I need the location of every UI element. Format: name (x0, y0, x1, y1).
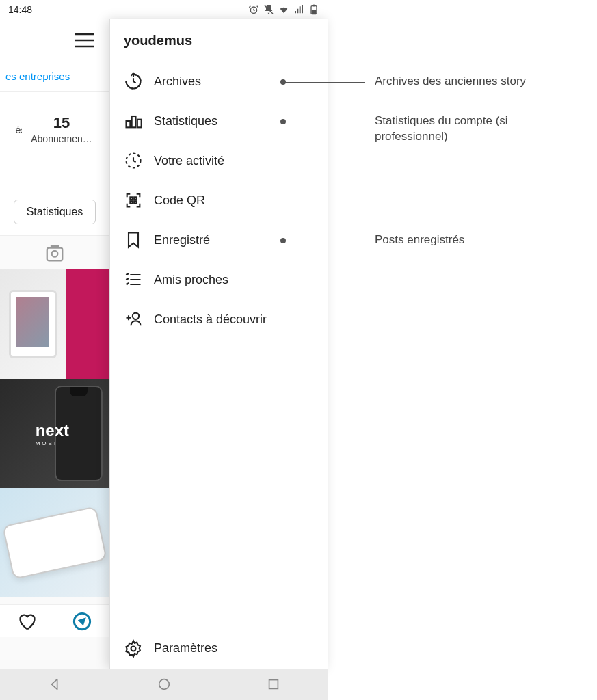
tagged-icon (44, 243, 65, 263)
stats-icon (124, 111, 143, 131)
drawer-settings[interactable]: Paramètres (110, 628, 328, 669)
drawer-footer-label: Paramètres (154, 641, 217, 656)
drawer-item-label: Votre activité (154, 154, 224, 168)
tagged-tab[interactable] (0, 235, 109, 269)
stat-left-label: és (14, 124, 22, 135)
phone-frame: 14:48 es entreprises és 15 Abonnemen… St… (0, 0, 328, 700)
nav-home-icon[interactable] (157, 677, 172, 692)
drawer-username: youdemus (110, 19, 328, 62)
button-row: Statistiques (0, 167, 109, 235)
nav-recent-icon[interactable] (266, 677, 281, 692)
bell-off-icon (263, 4, 274, 15)
svg-point-19 (133, 313, 139, 319)
svg-point-20 (131, 646, 136, 651)
signal-icon (293, 4, 304, 15)
android-nav-bar (0, 669, 328, 700)
drawer-item-label: Archives (154, 75, 201, 89)
post-thumbnail-2[interactable]: next MOBILES (0, 379, 109, 488)
discover-people-icon (124, 310, 143, 329)
drawer-item-qr[interactable]: Code QR (110, 180, 328, 220)
drawer-item-label: Enregistré (154, 233, 210, 247)
drawer-item-close-friends[interactable]: Amis proches (110, 260, 328, 299)
compass-icon[interactable] (72, 612, 92, 631)
post-thumbnail-3[interactable] (0, 488, 109, 597)
bookmark-icon (124, 230, 143, 250)
status-time: 14:48 (8, 4, 32, 15)
side-drawer: youdemus Archives Statistiques Votre act… (109, 19, 328, 669)
archive-icon (124, 72, 143, 91)
post-thumbnail-1[interactable] (0, 269, 109, 379)
posts-grid: next MOBILES (0, 269, 109, 597)
svg-rect-18 (134, 201, 137, 204)
annotation-archives: Archives des anciennes story (375, 74, 580, 90)
wifi-icon (278, 4, 289, 15)
bio-link[interactable]: es entreprises (0, 62, 109, 92)
close-friends-icon (124, 270, 143, 289)
alarm-icon (248, 4, 259, 15)
svg-rect-16 (134, 197, 137, 200)
annotation-stats: Statistiques du compte (si professionnel… (375, 113, 553, 145)
profile-screen: es entreprises és 15 Abonnemen… Statisti… (0, 19, 109, 669)
drawer-items: Archives Statistiques Votre activité Cod… (110, 62, 328, 628)
svg-rect-4 (313, 5, 315, 5)
svg-rect-13 (137, 120, 142, 128)
profile-bottom-bar (0, 604, 109, 637)
drawer-item-discover[interactable]: Contacts à découvrir (110, 299, 328, 339)
post2-brand: next (36, 421, 75, 440)
svg-point-9 (52, 250, 58, 256)
qr-icon (124, 191, 143, 210)
status-icons (248, 4, 319, 15)
drawer-item-activity[interactable]: Votre activité (110, 141, 328, 180)
drawer-item-label: Contacts à découvrir (154, 312, 267, 327)
nav-back-icon[interactable] (47, 677, 62, 692)
svg-rect-8 (47, 247, 63, 260)
statistics-button[interactable]: Statistiques (14, 200, 96, 224)
heart-icon[interactable] (18, 612, 37, 631)
drawer-item-label: Statistiques (154, 114, 217, 129)
svg-rect-22 (269, 680, 278, 689)
annotation-line (283, 241, 365, 241)
annotation-line (283, 82, 365, 83)
drawer-item-saved[interactable]: Enregistré (110, 220, 328, 260)
drawer-item-label: Amis proches (154, 273, 228, 287)
annotation-saved: Posts enregistrés (375, 232, 580, 248)
svg-rect-3 (312, 10, 315, 13)
svg-point-21 (159, 679, 170, 690)
hamburger-icon (74, 32, 96, 49)
annotation-line (283, 122, 365, 122)
svg-rect-12 (132, 116, 136, 127)
status-bar: 14:48 (0, 0, 328, 19)
drawer-item-label: Code QR (154, 193, 205, 208)
activity-icon (124, 151, 143, 170)
svg-rect-15 (130, 197, 133, 200)
stat-count: 15 (27, 114, 96, 132)
drawer-item-archives[interactable]: Archives (110, 62, 328, 101)
annotations: Archives des anciennes story Statistique… (328, 0, 597, 700)
svg-rect-11 (127, 121, 131, 127)
stat-label: Abonnemen… (27, 133, 96, 144)
bio-link-text: es entreprises (5, 70, 70, 82)
drawer-item-statistics[interactable]: Statistiques (110, 101, 328, 141)
stat-following[interactable]: 15 Abonnemen… (22, 114, 101, 144)
battery-icon (308, 4, 319, 15)
svg-rect-17 (130, 201, 133, 204)
stats-row: és 15 Abonnemen… (0, 92, 109, 167)
settings-icon (124, 639, 143, 658)
menu-button[interactable] (0, 19, 109, 62)
stat-left[interactable]: és (8, 123, 22, 135)
